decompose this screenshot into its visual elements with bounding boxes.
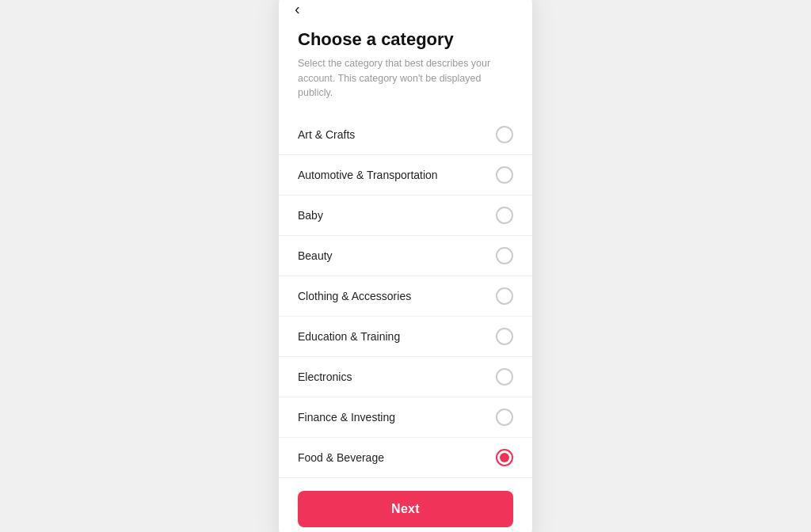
radio-button[interactable] — [496, 449, 513, 466]
next-button[interactable]: Next — [298, 491, 513, 527]
category-list: Art & CraftsAutomotive & TransportationB… — [279, 107, 532, 478]
next-btn-container: Next — [279, 478, 532, 532]
category-item[interactable]: Education & Training — [279, 317, 532, 357]
category-label: Finance & Investing — [298, 411, 395, 424]
category-label: Beauty — [298, 249, 333, 262]
category-label: Clothing & Accessories — [298, 290, 411, 302]
category-label: Baby — [298, 209, 323, 222]
radio-inner — [500, 453, 509, 462]
category-label: Education & Training — [298, 330, 400, 343]
category-item[interactable]: Beauty — [279, 236, 532, 276]
category-item[interactable]: Electronics — [279, 357, 532, 397]
radio-button[interactable] — [496, 328, 513, 345]
radio-button[interactable] — [496, 166, 513, 184]
page-subtitle: Select the category that best describes … — [298, 56, 513, 101]
category-item[interactable]: Finance & Investing — [279, 397, 532, 438]
category-item[interactable]: Clothing & Accessories — [279, 276, 532, 317]
category-item[interactable]: Art & Crafts — [279, 115, 532, 155]
page-title: Choose a category — [298, 29, 513, 50]
header-section: Choose a category Select the category th… — [279, 21, 532, 107]
radio-button[interactable] — [496, 287, 513, 305]
radio-button[interactable] — [496, 247, 513, 264]
radio-button[interactable] — [496, 207, 513, 224]
back-button[interactable]: ‹ — [279, 0, 532, 21]
category-label: Automotive & Transportation — [298, 169, 438, 181]
category-label: Food & Beverage — [298, 451, 384, 464]
category-item[interactable]: Baby — [279, 196, 532, 236]
radio-button[interactable] — [496, 126, 513, 143]
radio-button[interactable] — [496, 408, 513, 426]
phone-frame: ‹ Choose a category Select the category … — [279, 0, 532, 532]
category-item[interactable]: Food & Beverage — [279, 438, 532, 478]
category-label: Art & Crafts — [298, 128, 355, 141]
category-item[interactable]: Automotive & Transportation — [279, 155, 532, 196]
category-label: Electronics — [298, 370, 352, 383]
radio-button[interactable] — [496, 368, 513, 386]
